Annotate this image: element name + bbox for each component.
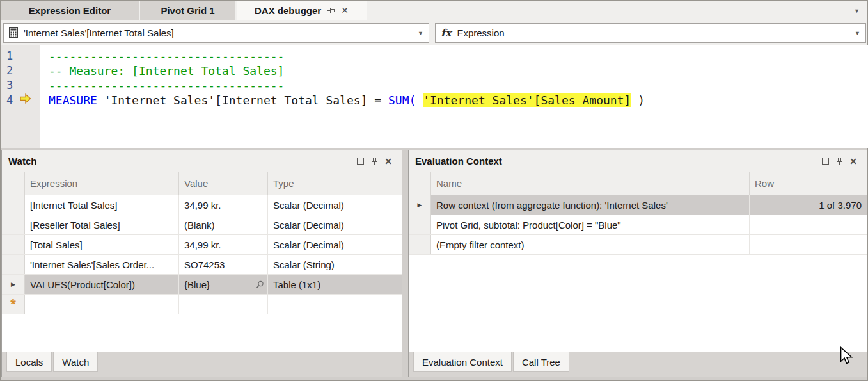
context-row-cell bbox=[750, 235, 867, 254]
expression-cell: [Internet Total Sales] bbox=[25, 195, 179, 215]
watch-footer-tabbar: Locals Watch bbox=[2, 352, 402, 377]
tab-label: DAX debugger bbox=[255, 5, 321, 16]
expression-cell: 'Internet Sales'[Sales Order... bbox=[25, 255, 179, 274]
row-indicator bbox=[2, 255, 25, 274]
watch-row[interactable]: [Reseller Total Sales] (Blank) Scalar (D… bbox=[2, 215, 402, 235]
tab-dax-debugger[interactable]: DAX debugger ✕ bbox=[237, 1, 368, 20]
context-name-cell: Pivot Grid, subtotal: Product[Color] = "… bbox=[431, 215, 750, 234]
maximize-icon[interactable] bbox=[353, 154, 367, 168]
context-name-cell: (Empty filter context) bbox=[431, 235, 750, 254]
selector-toolbar: 'Internet Sales'[Internet Total Sales] ▼… bbox=[1, 20, 867, 45]
value-cell: SO74253 bbox=[179, 255, 268, 274]
footer-tab-label: Call Tree bbox=[522, 357, 560, 368]
column-header-expression[interactable]: Expression bbox=[25, 172, 179, 195]
dax-debugger-window: Expression Editor Pivot Grid 1 DAX debug… bbox=[0, 0, 868, 381]
close-icon[interactable]: ✕ bbox=[846, 154, 860, 168]
code-line-4: MEASURE 'Internet Sales'[Internet Total … bbox=[49, 93, 868, 108]
row-indicator[interactable]: ▶ bbox=[2, 275, 25, 294]
pin-icon[interactable] bbox=[367, 154, 381, 168]
pin-icon[interactable] bbox=[832, 154, 846, 168]
row-indicator bbox=[2, 215, 25, 234]
expression-selector-value: Expression bbox=[457, 28, 851, 38]
column-header-row[interactable]: Row bbox=[750, 172, 867, 195]
measure-selector-value: 'Internet Sales'[Internet Total Sales] bbox=[24, 28, 414, 38]
row-indicator-header bbox=[2, 172, 25, 195]
document-tab-bar: Expression Editor Pivot Grid 1 DAX debug… bbox=[1, 1, 867, 20]
expression-cell: [Total Sales] bbox=[25, 235, 179, 254]
row-indicator-header bbox=[409, 172, 431, 195]
watch-row[interactable]: 'Internet Sales'[Sales Order... SO74253 … bbox=[2, 255, 402, 275]
evaluation-context-panel: Evaluation Context ✕ Name Row ▶ Row cont… bbox=[408, 150, 867, 377]
code-token: ) bbox=[631, 93, 645, 107]
measure-selector-dropdown[interactable]: 'Internet Sales'[Internet Total Sales] ▼ bbox=[3, 23, 429, 43]
type-cell: Scalar (Decimal) bbox=[268, 195, 402, 215]
type-cell: Scalar (String) bbox=[268, 255, 402, 274]
panel-title: Watch bbox=[8, 156, 36, 166]
watch-row[interactable]: [Total Sales] 34,99 kr. Scalar (Decimal) bbox=[2, 235, 402, 255]
tab-label: Pivot Grid 1 bbox=[161, 5, 214, 16]
type-cell: Table (1x1) bbox=[268, 275, 402, 294]
line-number: 3 bbox=[1, 78, 40, 93]
chevron-down-icon[interactable]: ▼ bbox=[855, 30, 860, 36]
value-cell: {Blue} bbox=[179, 275, 268, 294]
mouse-cursor-icon bbox=[840, 346, 853, 368]
evaluation-footer-tabbar: Evaluation Context Call Tree bbox=[409, 352, 867, 377]
type-cell: Scalar (Decimal) bbox=[268, 215, 402, 234]
chevron-down-icon[interactable]: ▼ bbox=[418, 30, 423, 36]
footer-tab-evaluation-context[interactable]: Evaluation Context bbox=[413, 352, 512, 372]
expression-cell: VALUES(Product[Color]) bbox=[25, 275, 179, 294]
value-cell: 34,99 kr. bbox=[179, 235, 268, 254]
footer-tab-label: Evaluation Context bbox=[422, 357, 503, 368]
value-cell bbox=[179, 295, 268, 314]
footer-tab-locals[interactable]: Locals bbox=[6, 352, 52, 372]
watch-panel: Watch ✕ Expression Value Type [Internet … bbox=[1, 150, 402, 377]
evaluation-panel-titlebar: Evaluation Context ✕ bbox=[409, 150, 867, 172]
footer-tab-watch[interactable]: Watch bbox=[53, 352, 98, 372]
expression-selector-dropdown[interactable]: fx Expression ▼ bbox=[435, 23, 866, 43]
tab-expression-editor[interactable]: Expression Editor bbox=[1, 1, 140, 20]
keyword-token: SUM( bbox=[388, 93, 416, 107]
magnifier-icon[interactable] bbox=[256, 280, 264, 291]
current-statement-arrow-icon bbox=[20, 93, 31, 106]
highlighted-expression-token: 'Internet Sales'[Sales Amount] bbox=[423, 93, 631, 107]
pin-icon[interactable] bbox=[327, 6, 335, 15]
fx-icon: fx bbox=[441, 27, 451, 39]
close-icon[interactable]: ✕ bbox=[381, 154, 395, 168]
value-text: {Blue} bbox=[184, 279, 210, 290]
comment-token: ---------------------------------- bbox=[49, 49, 284, 63]
watch-new-row[interactable]: * bbox=[2, 295, 402, 314]
expand-arrow-icon[interactable]: ▶ bbox=[418, 202, 422, 208]
footer-tab-call-tree[interactable]: Call Tree bbox=[513, 352, 569, 372]
column-header-type[interactable]: Type bbox=[268, 172, 402, 195]
column-header-value[interactable]: Value bbox=[179, 172, 268, 195]
row-indicator bbox=[409, 215, 431, 234]
watch-row-selected[interactable]: ▶ VALUES(Product[Color]) {Blue} Table (1… bbox=[2, 275, 402, 295]
value-cell: 34,99 kr. bbox=[179, 195, 268, 215]
evaluation-row-selected[interactable]: ▶ Row context (from aggregate function):… bbox=[409, 195, 867, 215]
code-line-3: ---------------------------------- bbox=[49, 78, 868, 93]
row-indicator bbox=[2, 195, 25, 215]
line-number: 2 bbox=[1, 63, 40, 78]
code-area: ---------------------------------- -- Me… bbox=[49, 45, 868, 108]
tab-pivot-grid-1[interactable]: Pivot Grid 1 bbox=[140, 1, 237, 20]
context-name-cell: Row context (from aggregate function): '… bbox=[431, 195, 750, 215]
tab-overflow-chevron-down-icon[interactable]: ▼ bbox=[854, 8, 860, 14]
code-line-1: ---------------------------------- bbox=[49, 49, 868, 63]
evaluation-row[interactable]: Pivot Grid, subtotal: Product[Color] = "… bbox=[409, 215, 867, 235]
watch-row[interactable]: [Internet Total Sales] 34,99 kr. Scalar … bbox=[2, 195, 402, 215]
evaluation-row[interactable]: (Empty filter context) bbox=[409, 235, 867, 255]
watch-panel-titlebar: Watch ✕ bbox=[2, 150, 402, 172]
type-cell: Scalar (Decimal) bbox=[268, 235, 402, 254]
close-icon[interactable]: ✕ bbox=[341, 6, 349, 15]
maximize-icon[interactable] bbox=[818, 154, 832, 168]
dax-code-editor[interactable]: 1 2 3 4 --------------------------------… bbox=[1, 45, 868, 148]
expression-cell[interactable] bbox=[25, 295, 179, 314]
row-indicator[interactable]: ▶ bbox=[409, 195, 431, 215]
row-indicator bbox=[409, 235, 431, 254]
evaluation-grid-header: Name Row bbox=[409, 172, 867, 195]
expand-arrow-icon[interactable]: ▶ bbox=[11, 281, 15, 288]
context-row-cell bbox=[750, 215, 867, 234]
comment-token: ---------------------------------- bbox=[49, 79, 284, 92]
row-indicator bbox=[2, 235, 25, 254]
column-header-name[interactable]: Name bbox=[431, 172, 750, 195]
